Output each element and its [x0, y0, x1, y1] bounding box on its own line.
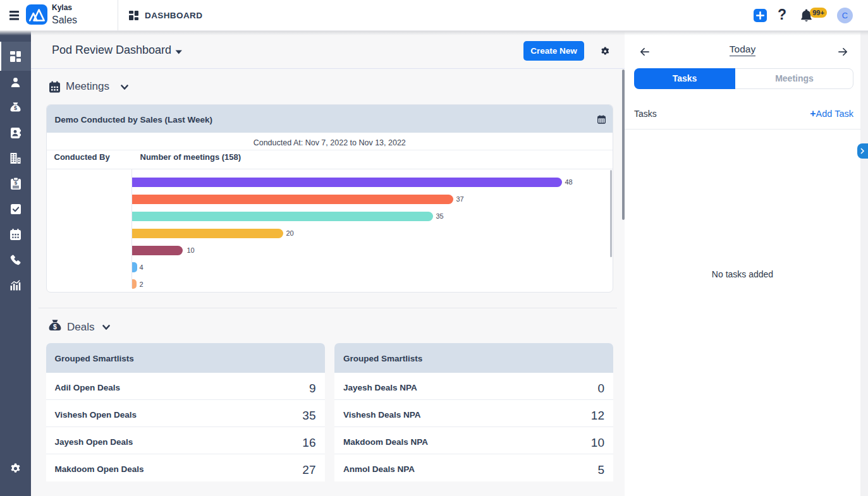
svg-text:$: $: [14, 180, 17, 186]
svg-text:$: $: [14, 105, 17, 111]
svg-text:$: $: [53, 322, 57, 330]
